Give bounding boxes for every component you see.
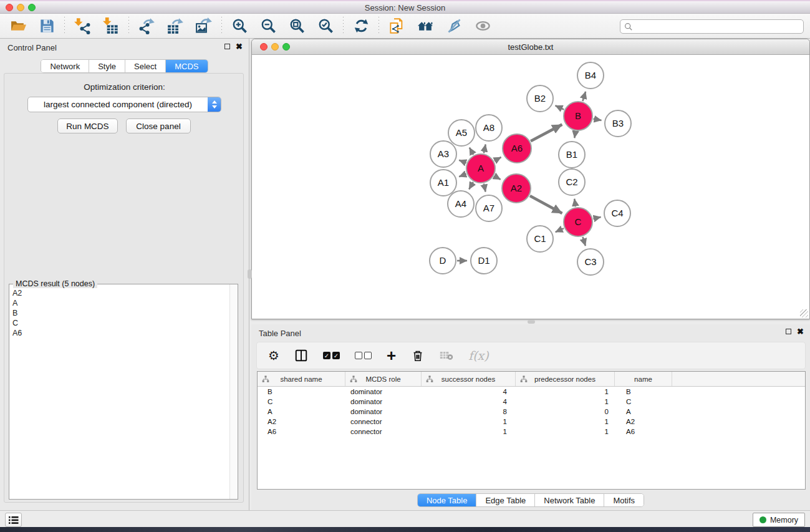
edge-C-C4[interactable] — [593, 217, 600, 219]
graph-node-C[interactable]: C — [564, 208, 592, 236]
search-input[interactable] — [620, 19, 804, 34]
mcds-result-item[interactable]: A2 — [12, 288, 229, 298]
table-row[interactable]: Cdominator41C — [258, 397, 805, 407]
close-panel-button[interactable]: Close panel — [126, 118, 191, 133]
export-table-button[interactable] — [166, 17, 185, 36]
mcds-result-item[interactable]: A — [12, 298, 229, 308]
float-table-panel-icon[interactable] — [786, 329, 791, 334]
refresh-view-button[interactable] — [352, 17, 370, 36]
window-resize-grip[interactable] — [800, 309, 808, 317]
graph-node-A5[interactable]: A5 — [448, 120, 475, 146]
mcds-result-item[interactable]: A6 — [12, 328, 229, 338]
edge-B-B1[interactable] — [574, 132, 576, 138]
save-session-button[interactable] — [37, 17, 56, 36]
table-row[interactable]: A2connector11A2 — [258, 417, 805, 427]
graph-node-A4[interactable]: A4 — [448, 191, 474, 217]
edge-A6-B[interactable] — [531, 125, 562, 142]
run-mcds-button[interactable]: Run MCDS — [57, 118, 118, 133]
deselect-all-rows-button[interactable] — [355, 352, 372, 359]
create-column-button[interactable]: + — [387, 349, 396, 362]
table-row[interactable]: A6connector11A6 — [258, 427, 805, 437]
graph-node-B2[interactable]: B2 — [527, 85, 553, 112]
edge-B-B3[interactable] — [594, 119, 602, 120]
graph-node-D[interactable]: D — [430, 248, 456, 274]
select-all-rows-button[interactable]: ✓✓ — [323, 352, 340, 359]
home-view-button[interactable] — [416, 17, 435, 36]
mcds-result-item[interactable]: B — [12, 308, 229, 318]
table-row[interactable]: Bdominator41B — [258, 387, 805, 397]
mcds-result-item[interactable]: C — [12, 318, 229, 328]
control-tab-style[interactable]: Style — [89, 60, 125, 72]
close-table-panel-icon[interactable]: ✖ — [797, 328, 804, 335]
graph-node-C2[interactable]: C2 — [559, 169, 585, 195]
graph-node-A7[interactable]: A7 — [476, 195, 502, 221]
memory-button[interactable]: Memory — [753, 513, 805, 527]
import-network-button[interactable] — [73, 17, 92, 36]
graph-node-A3[interactable]: A3 — [430, 141, 456, 167]
close-panel-icon[interactable]: ✖ — [236, 43, 243, 50]
graph-node-A[interactable]: A — [466, 154, 495, 183]
graph-node-B4[interactable]: B4 — [577, 62, 604, 89]
zoom-out-button[interactable] — [259, 17, 277, 36]
column-header-predecessor-nodes[interactable]: predecessor nodes — [516, 372, 615, 386]
graph-node-B3[interactable]: B3 — [605, 110, 631, 137]
graph-node-C4[interactable]: C4 — [604, 200, 630, 226]
table-tab-edge-table[interactable]: Edge Table — [476, 494, 535, 506]
import-table-button[interactable] — [102, 17, 120, 36]
optimization-criterion-dropdown[interactable]: largest connected component (directed) — [27, 97, 221, 112]
delete-columns-button[interactable] — [411, 349, 425, 362]
edge-A-A4[interactable] — [469, 182, 473, 190]
result-scrollbar[interactable] — [229, 284, 238, 499]
edge-A-A6[interactable] — [494, 157, 501, 161]
export-image-button[interactable] — [195, 17, 213, 36]
graph-node-C3[interactable]: C3 — [577, 249, 604, 275]
column-header-name[interactable]: name — [615, 372, 672, 386]
edge-A-A5[interactable] — [470, 148, 473, 155]
control-tab-mcds[interactable]: MCDS — [166, 60, 207, 72]
task-history-button[interactable] — [5, 513, 22, 527]
export-network-button[interactable] — [137, 17, 156, 36]
mcds-result-list[interactable]: A2ABCA6 — [10, 288, 229, 498]
edge-B-B2[interactable] — [556, 105, 564, 109]
control-tab-select[interactable]: Select — [125, 60, 166, 72]
edge-A-A3[interactable] — [459, 160, 466, 163]
table-mode-gear-button[interactable]: ⚙ — [268, 349, 279, 362]
network-canvas[interactable]: B4 B2 B B3 A8 A5 A6 A3 B1 A C2 A1 A2 — [252, 55, 809, 319]
graph-node-B1[interactable]: B1 — [559, 142, 585, 168]
network-graph[interactable]: B4 B2 B B3 A8 A5 A6 A3 B1 A C2 A1 A2 — [252, 55, 809, 319]
dropdown-stepper-icon[interactable] — [208, 97, 221, 112]
edge-A-A2[interactable] — [494, 176, 501, 180]
graph-node-A2[interactable]: A2 — [502, 174, 531, 203]
show-graphics-details-button[interactable] — [473, 17, 492, 36]
graph-node-D1[interactable]: D1 — [471, 248, 497, 274]
zoom-selected-button[interactable] — [316, 17, 335, 36]
graph-node-C1[interactable]: C1 — [527, 226, 553, 252]
horizontal-scrollbar-thumb[interactable] — [528, 320, 535, 324]
edge-A-A7[interactable] — [484, 184, 486, 192]
table-row[interactable]: Adominator80A — [258, 407, 805, 417]
network-window-titlebar[interactable]: testGlobe.txt — [252, 39, 809, 55]
vertical-scrollbar-thumb[interactable] — [248, 269, 252, 279]
edge-C-C1[interactable] — [556, 228, 564, 232]
edge-A2-C[interactable] — [530, 196, 562, 213]
open-file-button[interactable] — [9, 17, 27, 36]
table-tab-motifs[interactable]: Motifs — [604, 494, 644, 506]
zoom-fit-button[interactable] — [287, 17, 306, 36]
edge-C-C3[interactable] — [583, 237, 586, 246]
hide-annotations-button[interactable] — [445, 17, 463, 36]
show-hide-columns-button[interactable] — [294, 349, 308, 362]
control-tab-network[interactable]: Network — [41, 60, 89, 72]
zoom-in-button[interactable] — [230, 17, 249, 36]
graph-node-A1[interactable]: A1 — [430, 170, 456, 196]
column-header-MCDS-role[interactable]: MCDS role — [345, 372, 422, 386]
graph-node-B[interactable]: B — [564, 102, 592, 130]
edge-A-A1[interactable] — [459, 174, 466, 177]
edge-A-A8[interactable] — [484, 145, 486, 153]
table-tab-node-table[interactable]: Node Table — [418, 494, 477, 506]
float-panel-icon[interactable] — [224, 44, 230, 49]
table-tab-network-table[interactable]: Network Table — [535, 494, 604, 506]
graph-node-A8[interactable]: A8 — [476, 115, 502, 141]
edge-C-C2[interactable] — [574, 199, 576, 207]
edge-B-B4[interactable] — [582, 92, 586, 101]
column-header-shared-name[interactable]: shared name — [258, 372, 345, 386]
